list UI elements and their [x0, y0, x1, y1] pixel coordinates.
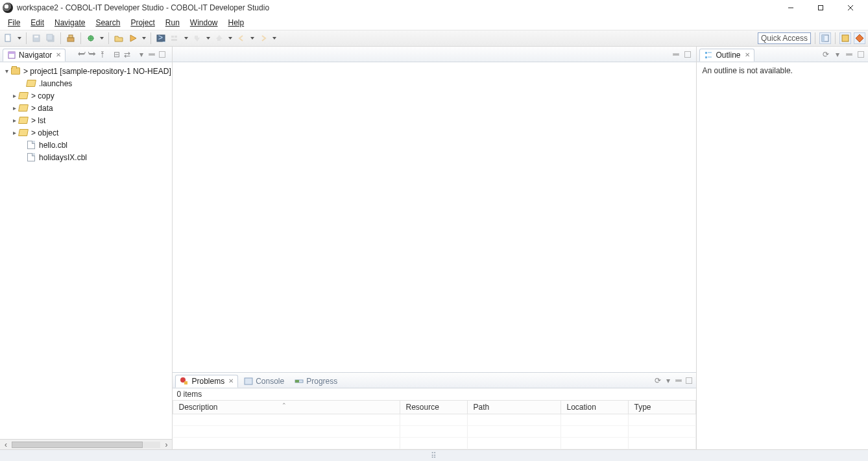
progress-tab[interactable]: Progress [290, 375, 342, 388]
back-dropdown[interactable] [250, 32, 255, 44]
tree-lst[interactable]: > lst [0, 114, 172, 126]
toggle-breadcrumb-dropdown[interactable] [184, 32, 189, 44]
menu-run[interactable]: Run [160, 17, 185, 29]
menu-navigate[interactable]: Navigate [49, 17, 90, 29]
editor-area-header [173, 47, 696, 62]
menu-help[interactable]: Help [223, 17, 250, 29]
maximize-view-icon[interactable] [856, 50, 865, 59]
console-tab[interactable]: Console [239, 375, 289, 388]
menu-edit[interactable]: Edit [25, 17, 49, 29]
new-button[interactable] [3, 32, 14, 44]
window-title: workspace2 - COBOL-IT Developer Studio -… [17, 3, 269, 12]
scrollbar-thumb[interactable] [12, 442, 143, 448]
new-dropdown[interactable] [17, 32, 22, 44]
tree-project[interactable]: > project1 [sample-repository-1 NO-HEAD] [0, 65, 172, 77]
menu-search[interactable]: Search [90, 17, 125, 29]
navigator-hscrollbar[interactable]: ‹ › [0, 439, 172, 449]
problems-tab-label: Problems [191, 377, 224, 386]
prev-annotation-button[interactable] [213, 32, 225, 44]
minimize-view-icon[interactable] [845, 50, 854, 59]
run-external-button[interactable] [127, 32, 139, 44]
terminal-button[interactable]: >_ [155, 32, 167, 44]
forward-dropdown[interactable] [272, 32, 277, 44]
cobol-perspective-button[interactable] [839, 32, 851, 44]
save-all-button[interactable] [45, 32, 56, 44]
outline-tab[interactable]: Outline ✕ [699, 49, 754, 62]
toggle-breadcrumb-button[interactable] [169, 32, 181, 44]
tree-data[interactable]: > data [0, 102, 172, 114]
debug-dropdown[interactable] [99, 32, 104, 44]
progress-tab-label: Progress [306, 377, 337, 386]
run-external-dropdown[interactable] [141, 32, 147, 44]
minimize-window-button[interactable] [776, 0, 806, 16]
forward-nav-icon[interactable]: ⮩ [88, 50, 97, 59]
table-row[interactable] [173, 414, 696, 426]
svg-rect-20 [822, 35, 825, 41]
tree-holidays[interactable]: holidaysIX.cbl [0, 151, 172, 163]
editor-area[interactable] [173, 62, 696, 372]
col-description[interactable]: Description⌃ [173, 401, 400, 414]
git-perspective-button[interactable] [854, 32, 865, 44]
view-menu-icon[interactable]: ▾ [664, 376, 673, 385]
minimize-view-icon[interactable] [147, 50, 156, 59]
console-tab-label: Console [256, 377, 284, 386]
cobol-file-icon [27, 153, 35, 161]
titlebar: workspace2 - COBOL-IT Developer Studio -… [0, 0, 868, 16]
next-annotation-button[interactable] [191, 32, 203, 44]
app-icon [3, 3, 13, 13]
collapse-all-icon[interactable]: ⊟ [112, 50, 121, 59]
menu-project[interactable]: Project [125, 17, 160, 29]
col-location[interactable]: Location [561, 401, 629, 414]
minimize-editor-icon[interactable] [671, 50, 681, 59]
svg-rect-10 [69, 35, 73, 38]
table-row[interactable] [173, 438, 696, 449]
table-row[interactable] [173, 426, 696, 438]
close-icon[interactable]: ✕ [54, 51, 61, 58]
svg-rect-17 [175, 36, 177, 38]
problems-tab[interactable]: Problems ✕ [175, 375, 238, 388]
tree-object[interactable]: > object [0, 126, 172, 139]
save-button[interactable] [30, 32, 42, 44]
outline-sort-icon[interactable]: ⟳ [821, 50, 830, 59]
build-button[interactable] [65, 32, 77, 44]
navigator-tab[interactable]: Navigator ✕ [3, 49, 66, 62]
next-annotation-dropdown[interactable] [206, 32, 211, 44]
maximize-window-button[interactable] [806, 0, 836, 16]
open-resource-button[interactable] [113, 32, 125, 44]
close-icon[interactable]: ✕ [743, 51, 750, 58]
col-path[interactable]: Path [468, 401, 561, 414]
tree-copy[interactable]: > copy [0, 89, 172, 102]
navigator-tree[interactable]: > project1 [sample-repository-1 NO-HEAD]… [0, 62, 172, 439]
filter-icon[interactable]: ▾ [137, 50, 146, 59]
forward-button[interactable] [258, 32, 269, 44]
prev-annotation-dropdown[interactable] [228, 32, 233, 44]
col-type[interactable]: Type [629, 401, 696, 414]
outline-tab-label: Outline [716, 51, 740, 60]
menu-file[interactable]: File [3, 17, 25, 29]
debug-button[interactable] [85, 32, 97, 44]
maximize-view-icon[interactable] [684, 376, 693, 385]
tree-launches[interactable]: .launches [0, 77, 172, 89]
col-resource[interactable]: Resource [400, 401, 468, 414]
outline-empty-text: An outline is not available. [702, 66, 792, 75]
scroll-right-icon[interactable]: › [162, 441, 171, 449]
link-editor-icon[interactable]: ⇄ [123, 50, 132, 59]
filter-problems-icon[interactable]: ⟳ [653, 376, 662, 385]
folder-icon [18, 92, 29, 99]
close-window-button[interactable] [836, 0, 865, 16]
minimize-view-icon[interactable] [674, 376, 683, 385]
view-menu-icon[interactable]: ▾ [833, 50, 842, 59]
maximize-editor-icon[interactable] [683, 50, 692, 59]
back-nav-icon[interactable]: ⮨ [77, 50, 86, 59]
close-icon[interactable]: ✕ [227, 377, 234, 384]
cobol-file-icon [27, 141, 35, 149]
menu-window[interactable]: Window [185, 17, 223, 29]
maximize-view-icon[interactable] [158, 50, 167, 59]
problems-table[interactable]: Description⌃ Resource Path Location Type [173, 400, 696, 449]
up-nav-icon[interactable]: ⭱ [98, 50, 107, 59]
tree-hello[interactable]: hello.cbl [0, 139, 172, 151]
scroll-left-icon[interactable]: ‹ [1, 441, 10, 449]
quick-access-input[interactable]: Quick Access [758, 32, 811, 44]
open-perspective-button[interactable] [819, 32, 831, 44]
back-button[interactable] [235, 32, 247, 44]
